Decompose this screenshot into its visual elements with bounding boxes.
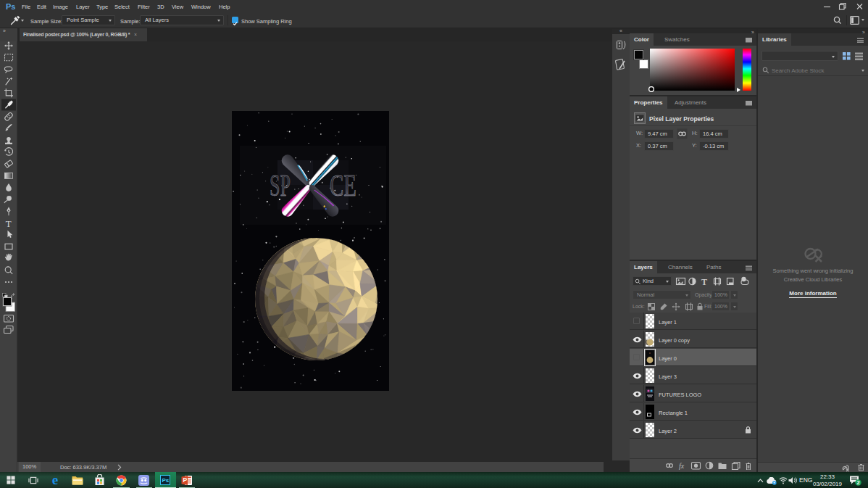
svg-text:fx: fx xyxy=(679,462,685,470)
svg-text:SP: SP xyxy=(270,169,291,202)
svg-text:T: T xyxy=(6,218,12,229)
svg-text:CE: CE xyxy=(330,169,356,202)
svg-text:P: P xyxy=(183,476,188,484)
svg-text:T: T xyxy=(701,277,707,287)
svg-text:2: 2 xyxy=(857,479,860,486)
